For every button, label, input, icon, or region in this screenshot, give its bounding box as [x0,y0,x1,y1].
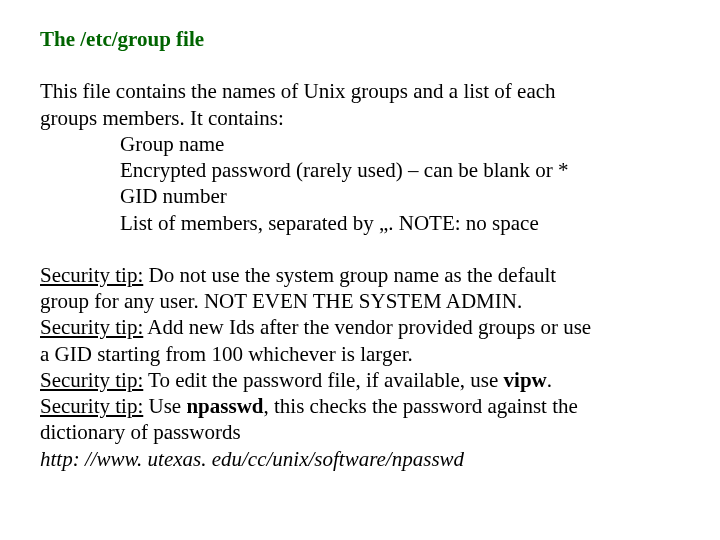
tip-line: Security tip: Do not use the system grou… [40,262,680,288]
tip-line: a GID starting from 100 whichever is lar… [40,341,680,367]
tip-text: Use [143,394,186,418]
tip-label: Security tip: [40,368,143,392]
field-item: Encrypted password (rarely used) – can b… [40,157,680,183]
tip-label: Security tip: [40,263,143,287]
tip-text: , this checks the password against the [263,394,577,418]
tip-text: To edit the password file, if available,… [143,368,503,392]
tip-line: Security tip: Add new Ids after the vend… [40,314,680,340]
tip-line: group for any user. NOT EVEN THE SYSTEM … [40,288,680,314]
tip-line: dictionary of passwords [40,419,680,445]
url-line: http: //www. utexas. edu/cc/unix/softwar… [40,446,680,472]
command-name: npasswd [186,394,263,418]
intro-paragraph: This file contains the names of Unix gro… [40,78,680,236]
page-heading: The /etc/group file [40,26,680,52]
tip-text: . [547,368,552,392]
field-item: List of members, separated by „. NOTE: n… [40,210,680,236]
field-item: GID number [40,183,680,209]
tip-text: Do not use the system group name as the … [143,263,556,287]
document-page: The /etc/group file This file contains t… [0,0,720,472]
security-tips: Security tip: Do not use the system grou… [40,262,680,472]
intro-line: groups members. It contains: [40,105,680,131]
command-name: vipw [504,368,547,392]
tip-label: Security tip: [40,394,143,418]
tip-label: Security tip: [40,315,143,339]
tip-line: Security tip: To edit the password file,… [40,367,680,393]
tip-text: Add new Ids after the vendor provided gr… [143,315,591,339]
intro-line: This file contains the names of Unix gro… [40,78,680,104]
field-item: Group name [40,131,680,157]
tip-line: Security tip: Use npasswd, this checks t… [40,393,680,419]
